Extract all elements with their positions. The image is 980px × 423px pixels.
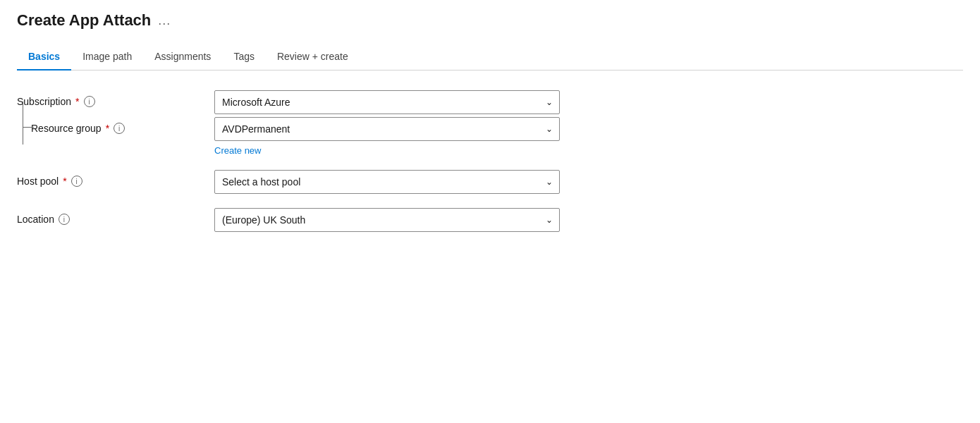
subscription-dropdown[interactable]: Microsoft Azure	[214, 90, 560, 114]
tabs-container: Basics Image path Assignments Tags Revie…	[17, 44, 963, 70]
location-dropdown[interactable]: (Europe) UK South	[214, 208, 560, 232]
tab-basics[interactable]: Basics	[17, 44, 71, 70]
tab-image-path[interactable]: Image path	[71, 44, 143, 70]
location-dropdown-wrapper: (Europe) UK South ⌄	[214, 208, 560, 232]
location-info-icon[interactable]: i	[59, 214, 70, 225]
subscription-required: *	[75, 96, 79, 107]
tab-review-create[interactable]: Review + create	[266, 44, 360, 70]
resource-group-required: *	[106, 123, 109, 134]
subscription-row: Subscription * i Microsoft Azure ⌄	[17, 90, 651, 114]
location-label-col: Location i	[17, 208, 214, 225]
create-new-link[interactable]: Create new	[214, 145, 560, 156]
tab-assignments[interactable]: Assignments	[143, 44, 222, 70]
resource-group-label: Resource group	[31, 123, 102, 134]
resource-group-label-col: Resource group * i	[31, 117, 214, 134]
page-title: Create App Attach	[17, 11, 151, 30]
resource-group-control: AVDPermanent ⌄ Create new	[214, 117, 560, 156]
location-row: Location i (Europe) UK South ⌄	[17, 208, 651, 232]
subscription-dropdown-wrapper: Microsoft Azure ⌄	[214, 90, 560, 114]
resource-group-dropdown-wrapper: AVDPermanent ⌄	[214, 117, 560, 141]
form-section: Subscription * i Microsoft Azure ⌄ Resou…	[17, 90, 651, 232]
location-label: Location	[17, 214, 54, 225]
subscription-control: Microsoft Azure ⌄	[214, 90, 560, 114]
host-pool-required: *	[63, 176, 66, 187]
host-pool-label: Host pool	[17, 176, 59, 187]
subscription-label-col: Subscription * i	[17, 90, 214, 107]
subscription-label: Subscription	[17, 96, 71, 107]
page-container: Create App Attach ... Basics Image path …	[0, 0, 980, 263]
host-pool-dropdown[interactable]: Select a host pool	[214, 170, 560, 194]
host-pool-dropdown-wrapper: Select a host pool ⌄	[214, 170, 560, 194]
host-pool-label-col: Host pool * i	[17, 170, 214, 187]
host-pool-info-icon[interactable]: i	[71, 176, 82, 187]
resource-group-info-icon[interactable]: i	[114, 123, 125, 134]
subscription-info-icon[interactable]: i	[84, 96, 95, 107]
more-options-icon[interactable]: ...	[158, 13, 171, 28]
tab-tags[interactable]: Tags	[222, 44, 266, 70]
resource-group-dropdown[interactable]: AVDPermanent	[214, 117, 560, 141]
host-pool-control: Select a host pool ⌄	[214, 170, 560, 194]
location-control: (Europe) UK South ⌄	[214, 208, 560, 232]
resource-group-row: Resource group * i AVDPermanent ⌄ Create…	[17, 117, 651, 156]
host-pool-row: Host pool * i Select a host pool ⌄	[17, 170, 651, 194]
page-header: Create App Attach ...	[17, 11, 963, 30]
